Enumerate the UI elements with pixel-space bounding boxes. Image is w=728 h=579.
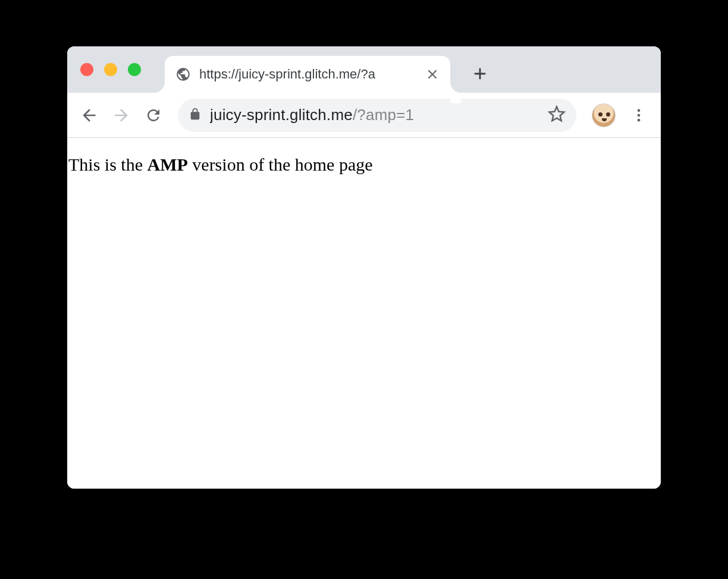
window-maximize-button[interactable] [128,63,141,76]
forward-button[interactable] [108,102,135,129]
svg-point-4 [638,109,641,112]
lock-icon [189,108,202,123]
page-content-text: This is the AMP version of the home page [67,155,661,175]
text-bold: AMP [148,155,188,174]
reload-button[interactable] [140,102,167,129]
svg-point-6 [638,118,641,121]
window-close-button[interactable] [80,63,93,76]
text-suffix: version of the home page [188,155,373,174]
url-host: juicy-sprint.glitch.me [210,106,353,124]
profile-avatar[interactable] [592,103,616,127]
bookmark-star-icon[interactable] [548,105,566,125]
tab-strip: https://juicy-sprint.glitch.me/?a [67,46,661,93]
globe-icon [175,67,191,82]
window-controls [80,63,141,76]
browser-tab[interactable]: https://juicy-sprint.glitch.me/?a [165,56,450,93]
browser-window: https://juicy-sprint.glitch.me/?a [67,46,661,489]
window-minimize-button[interactable] [104,63,117,76]
address-bar[interactable]: juicy-sprint.glitch.me/?amp=1 [178,99,576,132]
page-viewport: This is the AMP version of the home page [67,138,661,489]
new-tab-button[interactable] [467,61,493,87]
url-text: juicy-sprint.glitch.me/?amp=1 [210,106,539,124]
toolbar: juicy-sprint.glitch.me/?amp=1 [67,93,661,138]
back-button[interactable] [76,102,103,129]
tab-title: https://juicy-sprint.glitch.me/?a [199,67,417,82]
close-icon[interactable] [425,67,440,81]
url-path: /?amp=1 [353,106,414,124]
svg-point-5 [638,114,641,117]
text-prefix: This is the [68,155,148,174]
menu-button[interactable] [625,102,652,129]
